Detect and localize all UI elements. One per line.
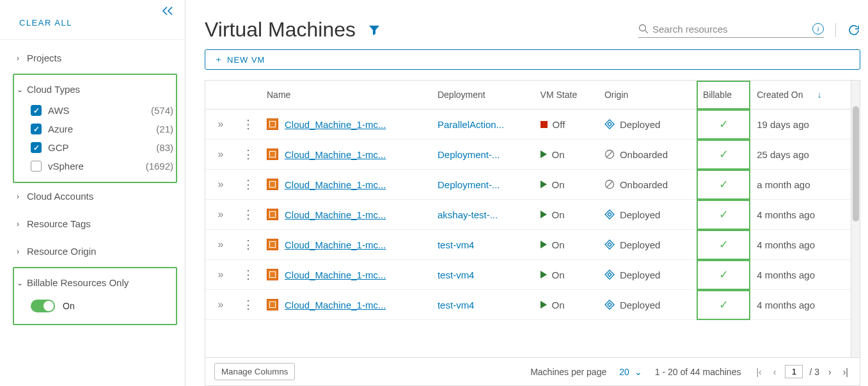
filter-group-cloud-accounts: › Cloud Accounts	[17, 184, 173, 208]
search-input[interactable]	[649, 22, 812, 36]
chevron-right-icon: ›	[17, 192, 27, 201]
check-icon: ✓	[719, 268, 729, 281]
col-created-on[interactable]: Created On ↓	[750, 81, 851, 109]
row-actions-icon[interactable]: ⋮	[242, 118, 254, 131]
deployment-link[interactable]: Deployment-...	[438, 179, 500, 190]
first-page-icon[interactable]: |‹	[754, 367, 764, 377]
row-actions-icon[interactable]: ⋮	[242, 238, 254, 251]
new-vm-button[interactable]: ＋ NEW VM	[205, 49, 860, 70]
vm-icon	[267, 299, 278, 310]
created-on-label: 4 months ago	[750, 200, 851, 230]
on-icon	[541, 241, 547, 248]
filter-toggle-billable[interactable]: ⌄ Billable Resources Only	[17, 271, 173, 294]
filter-item-label: GCP	[48, 142, 69, 153]
per-page-select[interactable]: 20 ⌄	[619, 367, 642, 377]
filter-toggle-resource-tags[interactable]: › Resource Tags	[17, 212, 173, 236]
filter-label: Resource Tags	[27, 218, 91, 229]
billable-toggle[interactable]	[31, 300, 55, 312]
table-row: »⋮Cloud_Machine_1-mc...akshay-test-...On…	[205, 200, 851, 230]
expand-row-icon[interactable]: »	[218, 149, 224, 159]
col-billable[interactable]: Billable	[697, 81, 750, 109]
vm-icon	[267, 269, 278, 280]
deployment-link[interactable]: test-vm4	[438, 300, 475, 310]
filter-label: Projects	[27, 52, 61, 63]
row-actions-icon[interactable]: ⋮	[242, 298, 254, 311]
vm-state-label: Off	[553, 119, 565, 130]
vm-name-link[interactable]: Cloud_Machine_1-mc...	[285, 119, 386, 130]
refresh-icon[interactable]	[848, 24, 860, 36]
check-icon: ✓	[719, 238, 729, 251]
expand-row-icon[interactable]: »	[218, 239, 224, 250]
main: Virtual Machines i ＋ NEW VM	[185, 0, 868, 386]
col-vm-state[interactable]: VM State	[534, 81, 598, 109]
row-actions-icon[interactable]: ⋮	[242, 268, 254, 281]
search-field[interactable]: i	[638, 22, 824, 38]
created-on-label: 4 months ago	[750, 260, 851, 290]
vm-name-link[interactable]: Cloud_Machine_1-mc...	[285, 179, 386, 190]
check-icon: ✓	[719, 148, 729, 161]
vm-name-link[interactable]: Cloud_Machine_1-mc...	[285, 239, 386, 250]
on-icon	[541, 181, 547, 188]
deployment-link[interactable]: akshay-test-...	[438, 209, 498, 220]
col-origin[interactable]: Origin	[598, 81, 697, 109]
col-name[interactable]: Name	[260, 81, 431, 109]
clear-all-button[interactable]: CLEAR ALL	[0, 0, 185, 40]
next-page-icon[interactable]: ›	[826, 367, 834, 377]
filter-group-resource-origin: › Resource Origin	[17, 239, 173, 263]
filter-item-azure: Azure (21)	[31, 120, 173, 138]
expand-row-icon[interactable]: »	[218, 179, 224, 189]
chevron-down-icon: ⌄	[17, 85, 27, 94]
checkbox-gcp[interactable]	[31, 142, 42, 153]
prev-page-icon[interactable]: ‹	[771, 367, 779, 377]
scrollbar-thumb[interactable]	[853, 106, 859, 221]
filter-label: Resource Origin	[27, 246, 96, 257]
page-title: Virtual Machines	[205, 18, 356, 42]
table-row: »⋮Cloud_Machine_1-mc...Deployment-...OnO…	[205, 170, 851, 200]
vm-name-link[interactable]: Cloud_Machine_1-mc...	[285, 209, 386, 220]
deployment-link[interactable]: Deployment-...	[438, 149, 500, 160]
filter-icon[interactable]	[368, 24, 380, 36]
checkbox-azure[interactable]	[31, 124, 42, 134]
table-footer: Manage Columns Machines per page 20 ⌄ 1 …	[205, 358, 860, 386]
expand-row-icon[interactable]: »	[218, 209, 224, 220]
expand-row-icon[interactable]: »	[218, 118, 224, 129]
collapse-sidebar-icon[interactable]	[162, 6, 173, 15]
checkbox-aws[interactable]	[31, 105, 42, 116]
on-icon	[541, 271, 547, 278]
col-actions	[236, 81, 260, 109]
manage-columns-button[interactable]: Manage Columns	[214, 363, 295, 380]
filter-toggle-resource-origin[interactable]: › Resource Origin	[17, 239, 173, 263]
vm-name-link[interactable]: Cloud_Machine_1-mc...	[285, 269, 386, 280]
filter-toggle-projects[interactable]: › Projects	[17, 46, 173, 70]
deployment-link[interactable]: ParallelAction...	[438, 119, 504, 130]
expand-row-icon[interactable]: »	[218, 299, 224, 310]
vm-name-link[interactable]: Cloud_Machine_1-mc...	[285, 149, 386, 160]
last-page-icon[interactable]: ›|	[840, 367, 851, 377]
filter-item-aws: AWS (574)	[31, 101, 173, 120]
filter-item-label: vSphere	[48, 161, 84, 172]
row-actions-icon[interactable]: ⋮	[242, 208, 254, 221]
vm-state-label: On	[552, 149, 565, 160]
checkbox-vsphere[interactable]	[31, 161, 42, 172]
col-expand	[205, 81, 236, 109]
created-on-label: 4 months ago	[750, 230, 851, 260]
vm-name-link[interactable]: Cloud_Machine_1-mc...	[285, 300, 386, 310]
vertical-scrollbar[interactable]	[851, 81, 860, 357]
vm-table: Name Deployment VM State Origin Billable…	[205, 81, 851, 320]
check-icon: ✓	[719, 298, 729, 311]
page-input[interactable]	[785, 365, 803, 378]
vm-icon	[267, 209, 278, 220]
origin-label: Deployed	[620, 300, 660, 310]
expand-row-icon[interactable]: »	[218, 269, 224, 280]
col-deployment[interactable]: Deployment	[431, 81, 534, 109]
created-on-label: a month ago	[750, 170, 851, 200]
info-icon[interactable]: i	[812, 23, 824, 35]
chevron-right-icon: ›	[17, 247, 27, 256]
deployment-link[interactable]: test-vm4	[438, 269, 475, 280]
row-actions-icon[interactable]: ⋮	[242, 148, 254, 161]
filter-toggle-cloud-types[interactable]: ⌄ Cloud Types	[17, 77, 173, 101]
filter-toggle-cloud-accounts[interactable]: › Cloud Accounts	[17, 184, 173, 208]
vm-icon	[267, 149, 278, 160]
deployment-link[interactable]: test-vm4	[438, 239, 475, 250]
row-actions-icon[interactable]: ⋮	[242, 178, 254, 191]
